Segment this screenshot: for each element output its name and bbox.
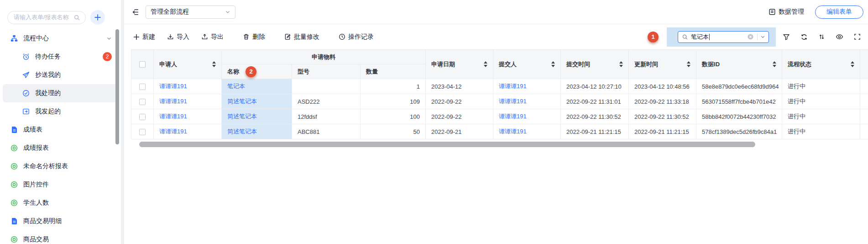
sidebar-item-label: 成绩表 <box>23 126 42 134</box>
sidebar-item-image-widget[interactable]: 图片控件 <box>3 175 118 194</box>
sidebar-item-product-trade[interactable]: 商品交易 <box>3 230 118 244</box>
sidebar-item-process-center[interactable]: 流程中心 <box>3 29 118 48</box>
table-row[interactable]: 谭谭谭191 简述笔记本 ASD222 109 2022-09-22 谭谭谭19… <box>131 94 868 109</box>
select-all-checkbox[interactable] <box>139 61 146 68</box>
row-checkbox[interactable] <box>139 99 146 105</box>
sort-arrows-icon[interactable] <box>773 61 776 67</box>
table-row[interactable]: 谭谭谭191 简述笔记本 12fddsf 100 2022-09-22 谭谭谭1… <box>131 109 868 124</box>
sort-arrows-icon[interactable] <box>212 61 216 67</box>
filter-icon[interactable] <box>783 33 790 41</box>
delete-button[interactable]: 删除 <box>243 33 265 41</box>
add-form-button[interactable] <box>90 10 105 25</box>
date-cell: 2023-04-12 <box>426 79 493 94</box>
divider <box>757 34 758 40</box>
row-checkbox[interactable] <box>139 129 146 135</box>
data-manage-icon <box>769 8 776 16</box>
submitter-link[interactable]: 谭谭谭191 <box>499 113 527 120</box>
sort-arrows-icon[interactable] <box>484 61 487 67</box>
submitter-link[interactable]: 谭谭谭191 <box>499 128 527 135</box>
col-header-name[interactable]: 名称2 <box>222 64 292 79</box>
fullscreen-icon[interactable] <box>854 33 861 40</box>
sidebar-item-score-form[interactable]: 成绩表 <box>3 121 118 139</box>
submitter-link[interactable]: 谭谭谭191 <box>499 98 527 105</box>
trash-icon <box>243 33 250 40</box>
applicant-link[interactable]: 谭谭谭191 <box>159 83 187 90</box>
data-table: 申请人 申请物料 申请日期 提交人 提交时间 更新时间 数据ID 流程状态 名称… <box>131 49 868 147</box>
table-row[interactable]: 谭谭谭191 简述笔记本 ABC881 50 2022-09-21 谭谭谭191… <box>131 124 868 139</box>
export-button[interactable]: 导出 <box>201 33 224 41</box>
sidebar-item-student-count[interactable]: 学生人数 <box>3 194 118 212</box>
sort-arrows-icon[interactable] <box>619 61 623 67</box>
status-cell: 进行中 <box>782 94 860 109</box>
alarm-clock-icon <box>22 53 30 60</box>
data-manage-label: 数据管理 <box>779 8 804 16</box>
batch-edit-button[interactable]: 批量修改 <box>284 33 319 41</box>
sidebar-header: 请输入表单/报表名称 <box>7 10 105 25</box>
flow-scope-select[interactable]: 管理全部流程 <box>146 5 235 19</box>
status-cell: 进行中 <box>782 79 860 94</box>
chevron-down-icon <box>225 9 230 15</box>
sidebar-item-initiated-by-me[interactable]: 我发起的 <box>3 102 118 121</box>
sidebar-item-product-trade-detail[interactable]: 商品交易明细 <box>3 212 118 230</box>
col-header-data-id[interactable]: 数据ID <box>696 50 782 79</box>
sidebar-item-cc-to-me[interactable]: 抄送我的 <box>3 66 118 84</box>
col-header-submitter[interactable]: 提交人 <box>493 50 561 79</box>
edit-form-button[interactable]: 编辑表单 <box>815 5 863 19</box>
qty-cell: 50 <box>361 124 426 139</box>
org-chart-icon <box>10 35 18 42</box>
refresh-icon[interactable] <box>800 33 808 41</box>
col-header-update-time[interactable]: 更新时间 <box>629 50 696 79</box>
sort-arrows-icon[interactable] <box>687 61 690 67</box>
collapse-sidebar-icon[interactable] <box>131 8 139 16</box>
topbar: 管理全部流程 数据管理 编辑表单 <box>124 0 868 24</box>
material-name-link[interactable]: 简述笔记本 <box>227 128 257 135</box>
history-button[interactable]: 操作记录 <box>339 33 374 41</box>
clear-search-icon[interactable] <box>747 33 754 40</box>
col-header-qty[interactable]: 数量 <box>361 64 426 79</box>
applicant-link[interactable]: 谭谭谭191 <box>159 98 187 105</box>
eye-icon[interactable] <box>836 33 843 41</box>
check-circle-icon <box>22 90 30 97</box>
paper-plane-icon <box>22 71 30 79</box>
search-highlight-block: 笔记本 <box>667 27 776 47</box>
sidebar-item-score-report[interactable]: 成绩报表 <box>3 139 118 157</box>
horizontal-scrollbar[interactable] <box>139 142 755 147</box>
submitter-link[interactable]: 谭谭谭191 <box>499 83 527 90</box>
material-name-link[interactable]: 笔记本 <box>227 83 245 90</box>
applicant-link[interactable]: 谭谭谭191 <box>159 113 187 120</box>
col-header-status[interactable]: 流程状态 <box>782 50 860 79</box>
sidebar-item-unnamed-analysis-report[interactable]: 未命名分析报表 <box>3 157 118 175</box>
report-icon <box>10 144 18 152</box>
row-checkbox[interactable] <box>139 114 146 120</box>
sidebar-item-todo-tasks[interactable]: 待办任务 2 <box>3 48 118 66</box>
table-row[interactable]: 谭谭谭191 笔记本 1 2023-04-12 谭谭谭191 2023-04-1… <box>131 79 868 94</box>
qty-cell: 1 <box>361 79 426 94</box>
search-icon <box>73 14 80 21</box>
edit-form-label: 编辑表单 <box>826 8 852 16</box>
material-name-link[interactable]: 简述笔记本 <box>227 113 257 120</box>
sidebar-item-handled-by-me[interactable]: 我处理的 <box>3 84 118 102</box>
new-button[interactable]: 新建 <box>133 33 155 41</box>
status-cell: 进行中 <box>782 124 860 139</box>
data-manage-button[interactable]: 数据管理 <box>769 8 804 16</box>
import-label: 导入 <box>177 33 189 41</box>
table-search-input[interactable]: 笔记本 <box>678 31 769 43</box>
col-header-date[interactable]: 申请日期 <box>426 50 493 79</box>
submit-time-cell: 2023-04-12 10:27:10 <box>561 79 629 94</box>
row-checkbox[interactable] <box>139 84 146 90</box>
col-header-model[interactable]: 型号 <box>292 64 361 79</box>
search-value: 笔记本 <box>691 33 709 41</box>
sidebar-search-input[interactable]: 请输入表单/报表名称 <box>7 11 86 24</box>
col-header-submit-time[interactable]: 提交时间 <box>561 50 629 79</box>
sidebar-scrollbar[interactable] <box>115 29 119 144</box>
sort-arrows-icon[interactable] <box>851 61 854 67</box>
applicant-link[interactable]: 谭谭谭191 <box>159 128 187 135</box>
chevron-down-icon[interactable] <box>106 36 112 41</box>
material-name-link[interactable]: 简述笔记本 <box>227 98 257 105</box>
search-options-chevron-icon[interactable] <box>760 34 765 39</box>
sidebar-item-label: 待办任务 <box>35 53 61 61</box>
col-header-applicant[interactable]: 申请人 <box>154 50 222 79</box>
sort-arrows-icon[interactable] <box>551 61 555 67</box>
import-button[interactable]: 导入 <box>167 33 189 41</box>
sort-icon[interactable] <box>818 33 825 40</box>
